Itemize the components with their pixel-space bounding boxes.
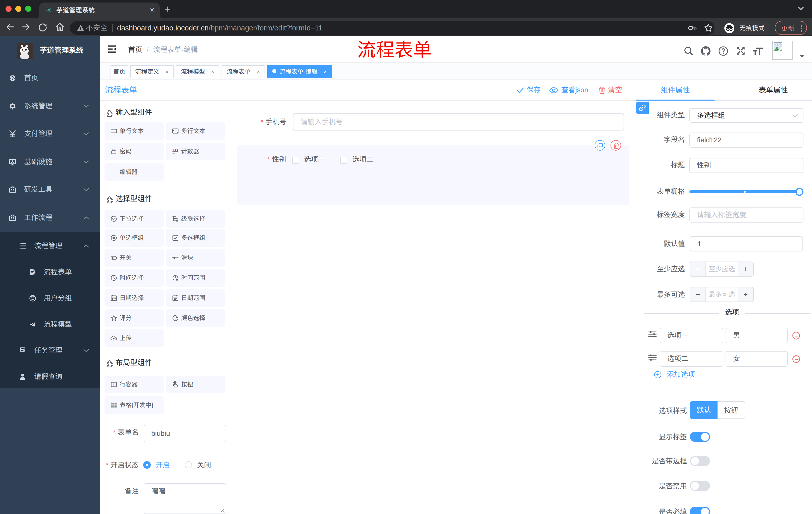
svg-text:123: 123 <box>172 149 178 153</box>
